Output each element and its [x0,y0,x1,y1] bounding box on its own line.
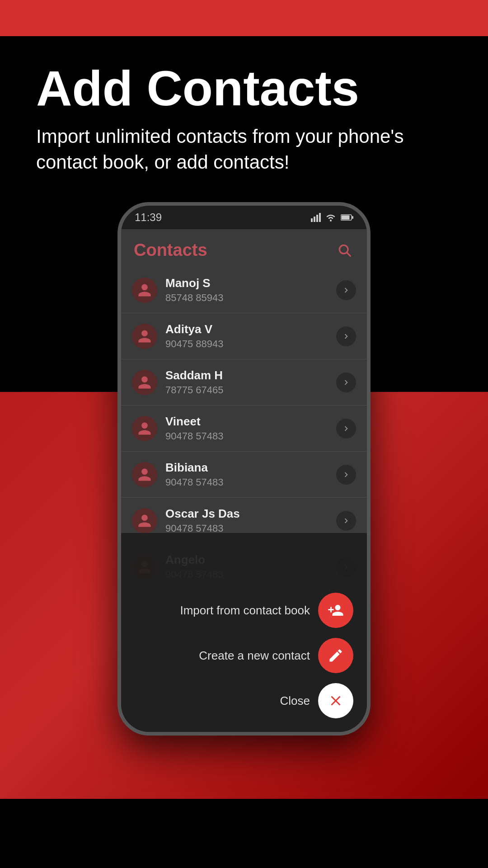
top-bar [0,0,488,36]
contact-avatar [132,508,157,533]
close-fab-button[interactable] [318,683,353,718]
create-label: Create a new contact [199,649,310,663]
contacts-screen-title: Contacts [134,241,207,260]
contact-chevron[interactable] [336,280,356,300]
person-icon [137,467,152,482]
battery-icon [341,214,353,221]
status-icons [311,213,353,222]
svg-point-4 [330,220,332,222]
contact-chevron[interactable] [336,326,356,346]
svg-rect-0 [311,218,313,222]
chevron-right-icon [341,470,351,480]
status-bar: 11:39 [121,206,367,229]
contact-chevron[interactable] [336,373,356,392]
contact-info: Aditya V 90475 88943 [165,322,328,350]
create-fab-row: Create a new contact [199,638,353,673]
phone-frame: 11:39 [117,202,371,736]
search-button[interactable] [334,240,354,260]
chevron-right-icon [341,331,351,341]
contacts-header: Contacts [121,229,367,267]
hero-subtitle: Import unlimited contacts from your phon… [36,124,452,175]
phone-area: 11:39 [0,193,488,799]
contact-item[interactable]: Aditya V 90475 88943 [121,313,367,359]
close-label: Close [280,694,310,708]
import-label: Import from contact book [180,604,310,618]
contact-avatar [132,462,157,487]
svg-rect-3 [319,213,321,222]
contact-item[interactable]: Saddam H 78775 67465 [121,359,367,406]
contact-name: Manoj S [165,276,328,290]
contact-phone: 90478 57483 [165,476,328,488]
import-fab-row: Import from contact book [180,593,353,628]
person-icon [137,513,152,528]
svg-rect-6 [342,216,350,220]
hero-title: Add Contacts [36,63,452,113]
contact-item[interactable]: Manoj S 85748 85943 [121,267,367,313]
contact-info: Manoj S 85748 85943 [165,276,328,304]
wifi-icon [325,213,336,222]
import-fab-button[interactable] [318,593,353,628]
contact-phone: 85748 85943 [165,292,328,304]
contact-info: Saddam H 78775 67465 [165,368,328,396]
contact-item[interactable]: Bibiana 90478 57483 [121,452,367,498]
person-icon [137,329,152,344]
contact-chevron[interactable] [336,419,356,439]
chevron-right-icon [341,424,351,434]
contact-name: Aditya V [165,322,328,336]
contact-chevron[interactable] [336,465,356,485]
contact-name: Bibiana [165,461,328,475]
hero-section: Add Contacts Import unlimited contacts f… [0,36,488,193]
contact-info: Oscar Js Das 90478 57483 [165,507,328,534]
phone-screen: Contacts Manoj S 85748 85943 [121,229,367,732]
svg-rect-1 [314,217,315,222]
contact-phone: 78775 67465 [165,384,328,396]
contact-info: Vineet 90478 57483 [165,415,328,442]
svg-rect-7 [352,216,353,219]
contact-name: Saddam H [165,368,328,382]
contact-item[interactable]: Vineet 90478 57483 [121,406,367,452]
contact-avatar [132,324,157,349]
contact-name: Vineet [165,415,328,429]
fab-overlay: Import from contact book Create a new co… [121,533,367,732]
contact-phone: 90475 88943 [165,338,328,350]
contact-avatar [132,278,157,303]
contact-phone: 90478 57483 [165,430,328,442]
signal-icon [311,213,321,222]
contact-chevron[interactable] [336,511,356,531]
contact-avatar [132,370,157,395]
close-fab-row: Close [280,683,353,718]
person-icon [137,421,152,436]
chevron-right-icon [341,516,351,526]
svg-line-9 [347,253,350,256]
chevron-right-icon [341,285,351,295]
contact-info: Bibiana 90478 57483 [165,461,328,488]
phone-time: 11:39 [135,211,162,224]
contact-avatar [132,416,157,441]
person-icon [137,283,152,298]
svg-rect-2 [316,215,318,222]
contact-name: Oscar Js Das [165,507,328,521]
create-fab-button[interactable] [318,638,353,673]
chevron-right-icon [341,377,351,387]
person-icon [137,375,152,390]
